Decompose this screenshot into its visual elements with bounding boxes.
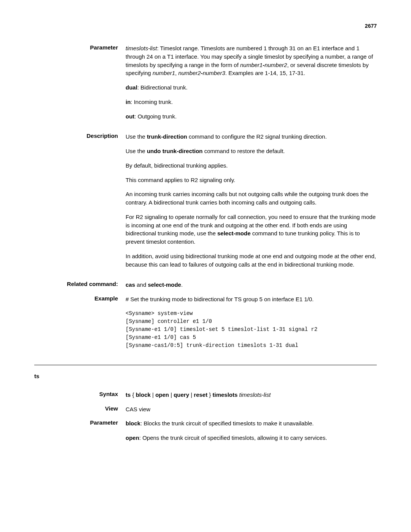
related-command-content: cas and select-mode. <box>126 281 377 289</box>
section-divider <box>34 365 377 365</box>
description-p2: Use the undo trunk-direction command to … <box>126 147 377 155</box>
description-p7: In addition, avoid using bidirectional t… <box>126 252 377 269</box>
description-p3: By default, bidirectional trunking appli… <box>126 161 377 170</box>
parameter-p1: timeslots-list: Timeslot range. Timeslot… <box>126 44 377 77</box>
example-section: Example # Set the trunking mode to bidir… <box>34 295 377 359</box>
document-page: 2677 Parameter timeslots-list: Timeslot … <box>0 0 411 477</box>
parameter-p3: in: Incoming trunk. <box>126 98 377 106</box>
syntax-content: ts { block | open | query | reset } time… <box>126 391 377 399</box>
page-number: 2677 <box>34 23 377 29</box>
related-command-section: Related command: cas and select-mode. <box>34 281 377 289</box>
example-label: Example <box>34 295 126 359</box>
description-p1: Use the trunk-direction command to confi… <box>126 133 377 141</box>
parameter-section: Parameter timeslots-list: Timeslot range… <box>34 44 377 126</box>
ts-parameter-p1: block: Blocks the trunk circuit of speci… <box>126 419 377 428</box>
view-content: CAS view <box>126 405 377 414</box>
parameter-label: Parameter <box>34 44 126 126</box>
view-section: View CAS view <box>34 405 377 414</box>
description-p4: This command applies to R2 signaling onl… <box>126 176 377 184</box>
ts-title: ts <box>34 373 377 379</box>
example-code: <Sysname> system-view [Sysname] controll… <box>126 310 377 350</box>
description-p5: An incoming trunk carries incoming calls… <box>126 190 377 207</box>
related-command-label: Related command: <box>34 281 126 289</box>
example-p1: # Set the trunking mode to bidirectional… <box>126 295 377 304</box>
ts-parameter-section: Parameter block: Blocks the trunk circui… <box>34 419 377 448</box>
description-section: Description Use the trunk-direction comm… <box>34 133 377 275</box>
parameter-content: timeslots-list: Timeslot range. Timeslot… <box>126 44 377 126</box>
syntax-label: Syntax <box>34 391 126 399</box>
ts-parameter-content: block: Blocks the trunk circuit of speci… <box>126 419 377 448</box>
ts-parameter-p2: open: Opens the trunk circuit of specifi… <box>126 434 377 442</box>
description-label: Description <box>34 133 126 275</box>
parameter-p2: dual: Bidirectional trunk. <box>126 83 377 92</box>
description-content: Use the trunk-direction command to confi… <box>126 133 377 275</box>
view-label: View <box>34 405 126 414</box>
example-content: # Set the trunking mode to bidirectional… <box>126 295 377 359</box>
syntax-section: Syntax ts { block | open | query | reset… <box>34 391 377 399</box>
ts-parameter-label: Parameter <box>34 419 126 448</box>
parameter-p4: out: Outgoing trunk. <box>126 112 377 121</box>
description-p6: For R2 signaling to operate normally for… <box>126 213 377 246</box>
